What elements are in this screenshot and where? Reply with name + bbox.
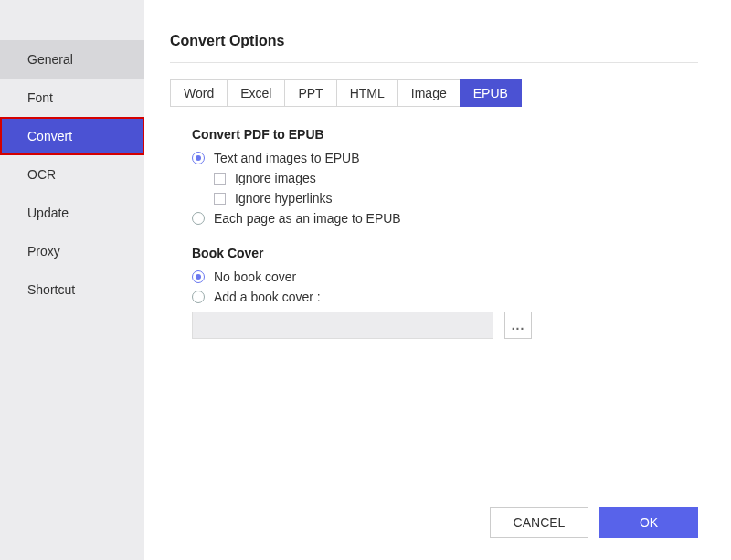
option-label: Each page as an image to EPUB <box>214 211 401 226</box>
dialog-layout: General Font Convert OCR Update Proxy Sh… <box>0 0 731 560</box>
sidebar-item-ocr[interactable]: OCR <box>0 155 144 194</box>
sidebar-item-font[interactable]: Font <box>0 79 144 117</box>
tab-epub[interactable]: EPUB <box>460 79 522 107</box>
content-panel: Convert Options Word Excel PPT HTML Imag… <box>144 0 731 560</box>
tab-excel[interactable]: Excel <box>227 79 285 107</box>
cover-path-field[interactable] <box>192 312 493 339</box>
option-label: No book cover <box>214 269 296 284</box>
format-tabs: Word Excel PPT HTML Image EPUB <box>170 79 698 107</box>
sidebar-item-shortcut[interactable]: Shortcut <box>0 270 144 309</box>
option-label: Add a book cover : <box>214 290 321 304</box>
tab-ppt[interactable]: PPT <box>284 79 336 107</box>
radio-icon <box>192 291 205 303</box>
option-add-cover[interactable]: Add a book cover : <box>192 290 698 304</box>
cancel-button[interactable]: CANCEL <box>490 507 588 538</box>
tab-label: HTML <box>350 86 385 100</box>
section-title-cover: Book Cover <box>192 246 698 260</box>
tab-html[interactable]: HTML <box>336 79 398 107</box>
option-ignore-images[interactable]: Ignore images <box>192 171 698 185</box>
option-label: Ignore images <box>235 171 316 185</box>
radio-icon <box>192 152 205 164</box>
sidebar-item-label: Shortcut <box>27 282 75 297</box>
sidebar-item-label: Update <box>27 206 69 220</box>
tab-word[interactable]: Word <box>170 79 228 107</box>
book-cover-section: Book Cover No book cover Add a book cove… <box>170 246 698 339</box>
sidebar-item-general[interactable]: General <box>0 40 144 79</box>
tab-label: Image <box>411 86 447 100</box>
tab-image[interactable]: Image <box>397 79 461 107</box>
sidebar-item-convert[interactable]: Convert <box>0 117 144 155</box>
tab-label: Excel <box>240 86 271 100</box>
tab-label: Word <box>184 86 214 100</box>
ok-button[interactable]: OK <box>599 507 698 538</box>
option-text-images[interactable]: Text and images to EPUB <box>192 151 698 165</box>
section-title-convert: Convert PDF to EPUB <box>192 127 698 142</box>
radio-icon <box>192 270 205 283</box>
page-title: Convert Options <box>170 33 698 49</box>
checkbox-icon <box>214 193 226 205</box>
cover-file-picker: ... <box>192 312 698 339</box>
sidebar-item-label: Font <box>27 90 53 105</box>
tab-label: EPUB <box>473 86 508 100</box>
sidebar-item-label: OCR <box>27 167 56 182</box>
option-each-page-image[interactable]: Each page as an image to EPUB <box>192 211 698 226</box>
option-label: Ignore hyperlinks <box>235 191 333 206</box>
dialog-footer: CANCEL OK <box>490 507 698 538</box>
button-label: CANCEL <box>514 515 566 530</box>
sidebar-item-update[interactable]: Update <box>0 194 144 232</box>
sidebar: General Font Convert OCR Update Proxy Sh… <box>0 0 144 560</box>
tab-label: PPT <box>298 86 323 100</box>
sidebar-item-label: General <box>27 52 73 67</box>
divider <box>170 62 698 63</box>
option-no-cover[interactable]: No book cover <box>192 269 698 284</box>
option-label: Text and images to EPUB <box>214 151 360 165</box>
sidebar-item-label: Convert <box>27 129 72 143</box>
option-ignore-hyperlinks[interactable]: Ignore hyperlinks <box>192 191 698 206</box>
ellipsis-icon: ... <box>512 318 525 333</box>
button-label: OK <box>640 515 658 530</box>
browse-button[interactable]: ... <box>504 312 532 339</box>
sidebar-item-proxy[interactable]: Proxy <box>0 232 144 270</box>
checkbox-icon <box>214 173 226 185</box>
radio-icon <box>192 212 205 225</box>
convert-pdf-section: Convert PDF to EPUB Text and images to E… <box>170 127 698 226</box>
sidebar-item-label: Proxy <box>27 244 60 259</box>
